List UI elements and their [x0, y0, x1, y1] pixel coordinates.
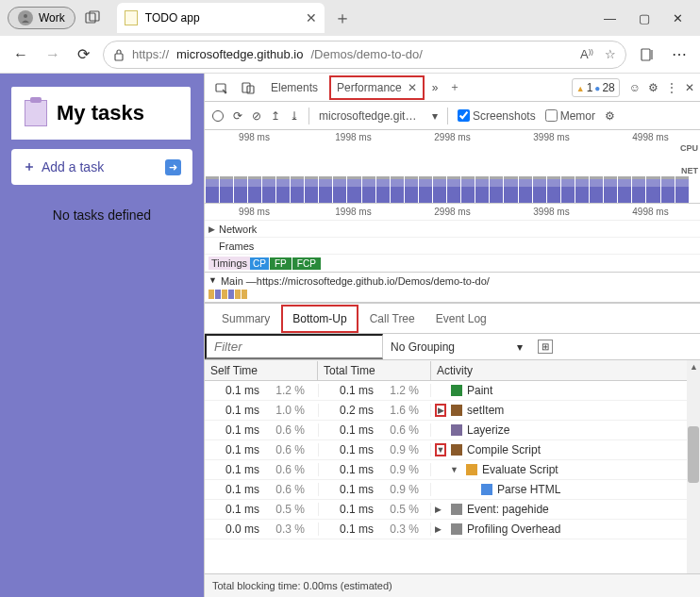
activity-color-icon — [451, 504, 462, 515]
tab-close-icon[interactable]: ✕ — [306, 10, 317, 25]
forward-button[interactable]: → — [42, 42, 64, 67]
table-row[interactable]: 0.1 ms0.6 %0.1 ms0.9 %▼Evaluate Script — [205, 460, 700, 480]
activity-color-icon — [451, 385, 462, 396]
add-task-button[interactable]: ＋ Add a task ➜ — [11, 149, 192, 185]
expand-icon[interactable]: ▶ — [435, 404, 446, 417]
activity-color-icon — [451, 424, 462, 436]
browser-tab[interactable]: TODO app ✕ — [117, 3, 325, 33]
col-total-time[interactable]: Total Time — [318, 361, 431, 380]
workspaces-icon[interactable] — [85, 10, 100, 25]
new-tab-button[interactable]: ＋ — [330, 3, 355, 33]
tab-performance[interactable]: Performance ✕ — [329, 75, 425, 100]
tab-call-tree[interactable]: Call Tree — [360, 307, 425, 331]
issues-badges[interactable]: 1 28 — [572, 78, 620, 97]
reader-icon[interactable]: A)) — [580, 47, 593, 61]
overview-timeline[interactable]: 998 ms 1998 ms 2998 ms 3998 ms 4998 ms C… — [205, 130, 700, 204]
net-label: NET — [681, 166, 698, 175]
col-self-time[interactable]: Self Time — [205, 361, 318, 380]
main-ticks: 998 ms 1998 ms 2998 ms 3998 ms 4998 ms — [205, 204, 700, 221]
close-window-button[interactable]: ✕ — [673, 11, 683, 25]
window-titlebar: Work TODO app ✕ ＋ — ▢ ✕ — [0, 0, 700, 36]
dropdown-icon[interactable]: ▾ — [432, 109, 438, 123]
collections-icon[interactable] — [636, 43, 658, 66]
capture-settings-icon[interactable]: ⚙ — [605, 109, 615, 123]
col-activity[interactable]: Activity — [431, 361, 700, 380]
svg-rect-4 — [642, 49, 650, 60]
tab-summary[interactable]: Summary — [212, 307, 279, 331]
kebab-icon[interactable]: ⋮ — [666, 81, 677, 94]
record-button[interactable] — [212, 110, 224, 122]
fp-marker: FP — [270, 257, 292, 270]
todo-app: My tasks ＋ Add a task ➜ No tasks defined — [0, 74, 204, 597]
table-row[interactable]: 0.1 ms0.6 %0.1 ms0.9 %Parse HTML — [205, 480, 700, 500]
table-row[interactable]: 0.1 ms0.6 %0.1 ms0.6 %Layerize — [205, 421, 700, 440]
scrollbar-thumb[interactable] — [688, 426, 699, 483]
menu-button[interactable]: ⋯ — [668, 41, 691, 67]
maximize-button[interactable]: ▢ — [639, 11, 650, 25]
expand-icon[interactable]: ▼ — [450, 465, 461, 474]
dcl-marker: CP — [250, 257, 269, 270]
profile-button[interactable]: Work — [8, 7, 75, 29]
minimize-button[interactable]: — — [604, 11, 616, 25]
lock-icon — [113, 48, 125, 61]
track-timings[interactable]: TimingsCPFPFCP — [205, 255, 700, 272]
expand-icon[interactable]: ▶ — [435, 505, 446, 514]
table-scrollbar[interactable]: ▲ — [687, 360, 700, 573]
expand-icon[interactable]: ▶ — [435, 524, 446, 534]
content-area: My tasks ＋ Add a task ➜ No tasks defined… — [0, 74, 700, 597]
bottom-up-table: Self Time Total Time Activity 0.1 ms1.2 … — [205, 360, 700, 573]
table-row[interactable]: 0.1 ms1.2 %0.1 ms1.2 %Paint — [205, 381, 700, 401]
tab-elements[interactable]: Elements — [263, 75, 325, 100]
activity-name: Profiling Overhead — [467, 522, 560, 536]
download-icon[interactable]: ⤓ — [290, 109, 299, 123]
memory-checkbox[interactable]: Memor — [545, 109, 595, 123]
upload-icon[interactable]: ↥ — [271, 109, 280, 123]
clear-icon[interactable]: ⊘ — [252, 109, 261, 123]
favicon-icon — [125, 10, 138, 25]
expand-icon[interactable]: ▼ — [435, 443, 446, 456]
add-tab-icon[interactable]: ＋ — [445, 79, 464, 95]
more-tabs-icon[interactable]: » — [428, 81, 442, 94]
track-frames[interactable]: ▶Frames — [205, 238, 700, 255]
activity-color-icon — [451, 523, 462, 535]
info-count: 28 — [594, 81, 614, 94]
svg-rect-7 — [242, 83, 250, 92]
status-footer: Total blocking time: 0.00ms (estimated) — [205, 573, 700, 597]
close-tab-icon[interactable]: ✕ — [408, 81, 417, 94]
track-network[interactable]: ▶Network — [205, 221, 700, 238]
heavy-stack-icon[interactable]: ⊞ — [538, 340, 553, 354]
grouping-dropdown[interactable]: No Grouping ▾ ⊞ — [383, 336, 560, 357]
table-row[interactable]: 0.0 ms0.3 %0.1 ms0.3 %▶Profiling Overhea… — [205, 520, 700, 539]
svg-rect-3 — [115, 54, 123, 60]
activity-color-icon — [451, 405, 462, 416]
address-bar[interactable]: https://microsoftedge.github.io/Demos/de… — [103, 41, 626, 69]
clipboard-icon — [25, 100, 47, 126]
activity-name: Event: pagehide — [467, 503, 549, 516]
recording-url[interactable]: microsoftedge.github.i… — [319, 109, 423, 123]
tab-bottom-up[interactable]: Bottom-Up — [281, 305, 358, 333]
empty-message: No tasks defined — [0, 207, 204, 223]
feedback-icon[interactable]: ☺ — [629, 81, 641, 94]
screenshots-checkbox[interactable]: Screenshots — [458, 109, 536, 123]
flame-chart[interactable]: 998 ms 1998 ms 2998 ms 3998 ms 4998 ms ▶… — [205, 204, 700, 304]
back-button[interactable]: ← — [9, 42, 32, 67]
activity-name: Parse HTML — [497, 483, 560, 496]
activity-color-icon — [481, 484, 492, 495]
tab-event-log[interactable]: Event Log — [426, 307, 496, 331]
dropdown-caret-icon: ▾ — [517, 340, 523, 354]
table-row[interactable]: 0.1 ms0.5 %0.1 ms0.5 %▶Event: pagehide — [205, 500, 700, 520]
reload-record-icon[interactable]: ⟳ — [233, 109, 242, 123]
track-main[interactable]: ▼Main — https://microsoftedge.github.io/… — [205, 272, 700, 290]
close-devtools-icon[interactable]: ✕ — [685, 81, 694, 94]
filter-input[interactable] — [205, 334, 383, 359]
settings-icon[interactable]: ⚙ — [648, 81, 658, 94]
table-row[interactable]: 0.1 ms0.6 %0.1 ms0.9 %▼Compile Script — [205, 440, 700, 460]
fcp-marker: FCP — [292, 257, 321, 270]
submit-arrow-icon[interactable]: ➜ — [165, 159, 181, 175]
favorite-icon[interactable]: ☆ — [605, 47, 616, 61]
reload-button[interactable]: ⟳ — [74, 41, 93, 67]
device-toggle-icon[interactable] — [237, 78, 259, 97]
inspect-icon[interactable] — [210, 78, 233, 97]
avatar-icon — [18, 10, 33, 25]
table-row[interactable]: 0.1 ms1.0 %0.2 ms1.6 %▶setItem — [205, 401, 700, 421]
